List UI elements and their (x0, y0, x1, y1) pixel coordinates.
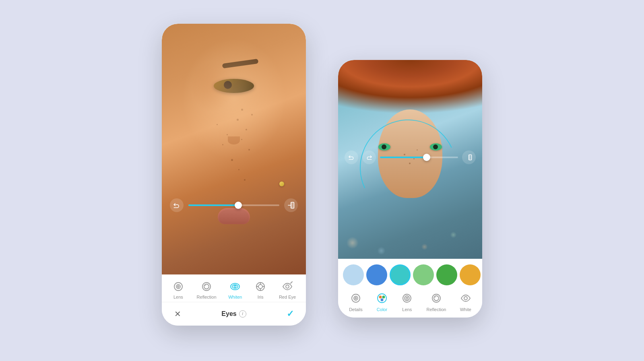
undo-button-2[interactable] (345, 151, 358, 164)
svg-point-1 (174, 283, 182, 291)
lens-icon-2-wrap (401, 293, 413, 305)
phone-2-bottom-panel: Details Color (338, 259, 482, 318)
svg-point-11 (258, 285, 262, 289)
color-blue[interactable] (366, 264, 387, 285)
svg-point-32 (464, 297, 467, 300)
compare-button-2[interactable] (462, 151, 476, 164)
slider-area-2 (338, 151, 482, 164)
svg-point-22 (378, 294, 386, 303)
tool-details-2[interactable]: Details (349, 293, 363, 312)
info-icon[interactable]: i (239, 310, 246, 318)
svg-point-26 (403, 294, 411, 302)
freckles (162, 24, 306, 274)
tool-whiten[interactable]: Whiten (228, 280, 242, 299)
tools-row-1: Lens Reflection (162, 274, 306, 302)
color-light-green[interactable] (413, 264, 434, 285)
svg-point-31 (434, 296, 436, 298)
phone-2: Details Color (338, 60, 482, 318)
phone-1-bottom-panel: Lens Reflection (162, 274, 306, 326)
tool-iris[interactable]: Iris (254, 280, 267, 299)
whiten-label-2: White (460, 307, 471, 312)
compare-button-1[interactable] (284, 198, 298, 212)
svg-point-25 (381, 298, 384, 301)
red-eye-label: Red Eye (279, 295, 296, 299)
phone-1: Lens Reflection (162, 24, 306, 326)
lens-label-2: Lens (402, 307, 412, 312)
section-label: Eyes i (221, 310, 246, 318)
reflection-icon (200, 280, 213, 293)
svg-point-4 (202, 283, 211, 291)
tool-whiten-2[interactable]: White (460, 293, 471, 312)
phone-2-image (338, 60, 482, 259)
svg-point-20 (354, 296, 358, 300)
tools-row-2: Details Color (338, 289, 482, 318)
reflection-label: Reflection (197, 295, 217, 299)
colors-row (338, 259, 482, 289)
earring (279, 182, 284, 186)
tool-lens[interactable]: Lens (172, 280, 185, 299)
details-icon-wrap (350, 293, 361, 305)
color-teal[interactable] (390, 264, 411, 285)
lens-label: Lens (173, 295, 183, 299)
slider-track-2[interactable] (380, 157, 458, 158)
reflection-label-2: Reflection (427, 307, 446, 312)
reflection-icon-2-wrap (431, 293, 442, 305)
tool-color-2[interactable]: Color (376, 293, 388, 312)
tool-reflection-2[interactable]: Reflection (427, 293, 446, 312)
svg-point-24 (382, 295, 385, 298)
tool-lens-2[interactable]: Lens (401, 293, 413, 312)
color-icon-wrap (376, 293, 388, 305)
color-amber[interactable] (460, 264, 481, 285)
iris-label: Iris (258, 295, 264, 299)
redo-button-2[interactable] (362, 151, 376, 164)
slider-area-1 (162, 198, 306, 212)
svg-point-23 (379, 295, 382, 298)
slider-fill-1 (188, 204, 238, 206)
undo-button-1[interactable] (170, 198, 184, 212)
tool-reflection[interactable]: Reflection (197, 280, 217, 299)
slider-thumb-1[interactable] (235, 202, 242, 209)
cancel-button[interactable]: ✕ (171, 308, 184, 320)
color-green[interactable] (436, 264, 457, 285)
svg-line-17 (291, 282, 292, 283)
svg-point-19 (352, 294, 360, 302)
photo-face-1 (162, 24, 306, 274)
iris-icon (254, 280, 267, 293)
svg-point-6 (204, 285, 206, 286)
tool-red-eye[interactable]: Red Eye (279, 280, 296, 299)
svg-point-29 (432, 294, 440, 302)
details-label: Details (349, 307, 363, 312)
eyebrow (222, 59, 259, 68)
svg-point-9 (234, 285, 236, 287)
phone-1-image (162, 24, 306, 274)
svg-point-2 (176, 285, 180, 289)
color-label: Color (377, 307, 387, 312)
svg-point-21 (355, 297, 357, 299)
svg-point-3 (178, 286, 179, 287)
lens-icon (172, 280, 185, 293)
svg-rect-0 (291, 202, 294, 208)
slider-track-1[interactable] (188, 204, 279, 206)
slider-thumb-2[interactable] (423, 154, 430, 161)
whiten-icon-2-wrap (460, 293, 471, 305)
scene: Lens Reflection (0, 0, 644, 361)
svg-point-16 (286, 285, 289, 288)
eye (214, 79, 254, 93)
slider-fill-2 (380, 157, 427, 158)
nose (228, 136, 240, 144)
whiten-label: Whiten (228, 295, 242, 299)
svg-point-27 (405, 296, 409, 301)
confirm-button[interactable]: ✓ (284, 308, 296, 320)
color-light-blue[interactable] (343, 264, 364, 285)
action-row-1: ✕ Eyes i ✓ (162, 302, 306, 326)
whiten-icon (229, 280, 242, 293)
svg-rect-18 (469, 155, 472, 160)
svg-point-28 (406, 297, 408, 299)
red-eye-icon (281, 280, 294, 293)
